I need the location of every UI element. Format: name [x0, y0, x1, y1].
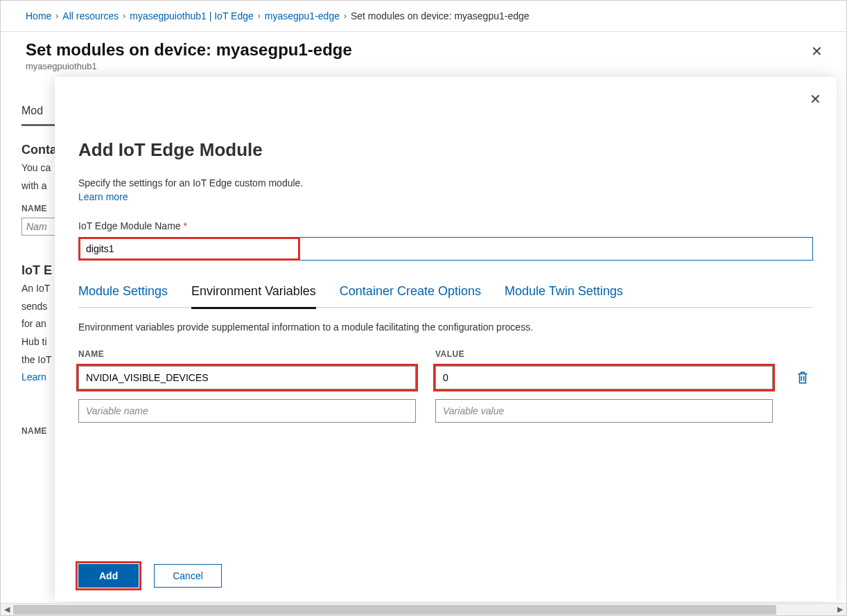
scroll-thumb[interactable]	[13, 605, 776, 615]
bg-label-name2: NAME	[21, 426, 60, 436]
tab-module-settings[interactable]: Module Settings	[78, 284, 168, 299]
bg-text: Hub ti	[21, 335, 60, 349]
chevron-right-icon: ›	[258, 11, 261, 21]
module-name-input[interactable]	[78, 237, 813, 261]
bg-section-container: Conta	[21, 143, 60, 157]
page-title: Set modules on device: myasegpu1-edge	[26, 40, 821, 60]
bg-tab-modules[interactable]: Mod	[21, 98, 60, 126]
chevron-right-icon: ›	[344, 11, 347, 21]
tab-container-create-options[interactable]: Container Create Options	[340, 284, 481, 299]
env-row-empty	[78, 399, 813, 423]
breadcrumb-device[interactable]: myasegpu1-edge	[265, 10, 340, 21]
close-icon[interactable]: ✕	[811, 43, 823, 60]
panel-footer: Add Cancel	[78, 564, 813, 588]
bg-text: An IoT	[21, 282, 60, 296]
learn-more-link[interactable]: Learn more	[78, 191, 813, 202]
env-header-name: NAME	[78, 349, 416, 359]
env-header-value: VALUE	[435, 349, 773, 359]
trash-icon[interactable]	[796, 371, 809, 385]
page-subtitle: myasegpuiothub1	[26, 61, 821, 71]
scroll-track[interactable]	[13, 604, 834, 615]
bg-text: You ca	[21, 161, 60, 175]
breadcrumb-iothub[interactable]: myasegpuiothub1 | IoT Edge	[130, 10, 254, 21]
bg-text: for an	[21, 317, 60, 331]
breadcrumb-current: Set modules on device: myasegpu1-edge	[351, 10, 530, 21]
background-partial: Mod Conta You ca with a NAME IoT E An Io…	[21, 98, 60, 436]
breadcrumb-all-resources[interactable]: All resources	[62, 10, 119, 21]
add-button[interactable]: Add	[78, 564, 139, 588]
add-module-panel: ✕ Add IoT Edge Module Specify the settin…	[55, 77, 837, 601]
env-name-input[interactable]	[78, 366, 416, 389]
panel-description: Specify the settings for an IoT Edge cus…	[78, 177, 813, 188]
bg-input-name[interactable]	[21, 218, 60, 236]
required-indicator: *	[184, 220, 187, 231]
env-name-input-empty[interactable]	[78, 399, 416, 423]
panel-title: Add IoT Edge Module	[78, 139, 813, 161]
env-row	[78, 366, 813, 389]
module-tabs: Module Settings Environment Variables Co…	[78, 284, 813, 308]
bg-learn-link[interactable]: Learn	[21, 371, 60, 385]
bg-section-iotedge: IoT E	[21, 263, 60, 278]
bg-text: sends	[21, 300, 60, 314]
env-description: Environment variables provide supplement…	[78, 322, 813, 333]
horizontal-scrollbar[interactable]: ◀ ▶	[1, 603, 846, 615]
tab-module-twin-settings[interactable]: Module Twin Settings	[505, 284, 623, 299]
bg-text: the IoT	[21, 353, 60, 367]
chevron-right-icon: ›	[123, 11, 125, 21]
env-value-input-empty[interactable]	[435, 399, 773, 423]
close-icon[interactable]: ✕	[810, 91, 821, 107]
breadcrumb-home[interactable]: Home	[26, 10, 51, 21]
page-header: Set modules on device: myasegpu1-edge my…	[1, 32, 846, 74]
scroll-right-icon[interactable]: ▶	[834, 604, 846, 616]
tab-environment-variables[interactable]: Environment Variables	[191, 284, 316, 299]
env-value-input[interactable]	[435, 366, 773, 389]
bg-label-name: NAME	[21, 204, 60, 213]
scroll-left-icon[interactable]: ◀	[1, 604, 13, 616]
cancel-button[interactable]: Cancel	[154, 564, 222, 588]
env-variables-table: NAME VALUE	[78, 349, 813, 432]
bg-text: with a	[21, 179, 60, 193]
breadcrumb: Home › All resources › myasegpuiothub1 |…	[1, 1, 846, 32]
module-name-label: IoT Edge Module Name *	[78, 220, 813, 231]
chevron-right-icon: ›	[55, 11, 58, 21]
